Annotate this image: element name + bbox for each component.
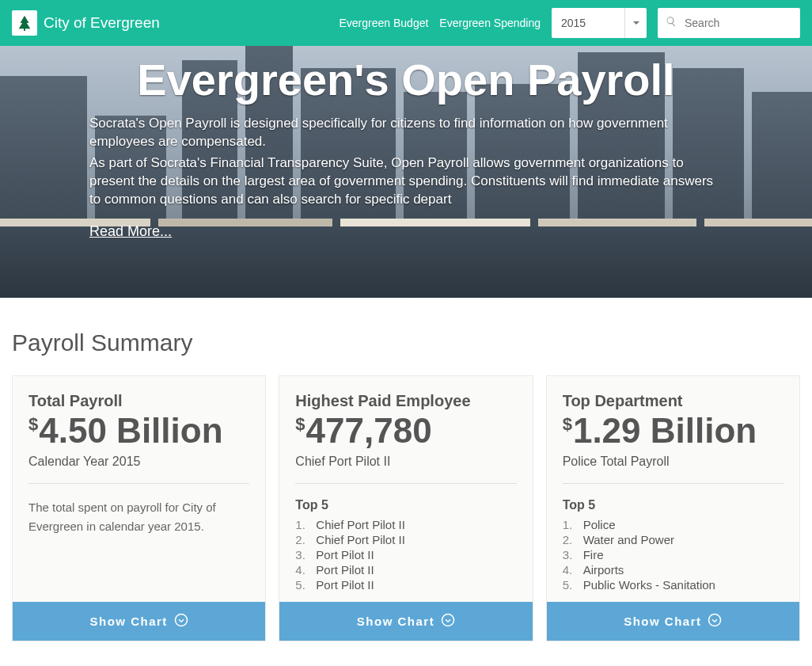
card-heading: Total Payroll [28,392,249,410]
brand[interactable]: City of Evergreen [12,10,160,36]
hero-description: Socrata's Open Payroll is designed speci… [89,115,723,209]
nav-link-spending[interactable]: Evergreen Spending [439,17,541,29]
top5-list: 1.Chief Port Pilot II 2.Chief Port Pilot… [295,517,516,592]
card-value: $1.29 Billion [563,412,784,450]
card-heading: Highest Paid Employee [295,392,516,410]
read-more-link[interactable]: Read More... [89,223,172,240]
card-description: The total spent on payroll for City of E… [28,498,249,535]
list-item[interactable]: 2.Chief Port Pilot II [295,532,516,547]
list-item[interactable]: 4.Airports [563,562,784,577]
card-subtitle: Police Total Payroll [563,455,784,469]
nav-link-budget[interactable]: Evergreen Budget [339,17,428,29]
brand-name: City of Evergreen [44,14,160,32]
payroll-summary-section: Payroll Summary Total Payroll $4.50 Bill… [0,298,812,665]
svg-point-1 [442,615,454,626]
page-title: Evergreen's Open Payroll [89,54,723,105]
top5-heading: Top 5 [295,498,516,512]
svg-point-0 [175,615,187,626]
list-item[interactable]: 1.Chief Port Pilot II [295,517,516,532]
card-subtitle: Calendar Year 2015 [28,455,249,469]
top5-heading: Top 5 [563,498,784,512]
card-value: $4.50 Billion [28,412,249,450]
chevron-down-circle-icon [708,613,722,630]
caret-down-icon [624,8,647,38]
list-item[interactable]: 3.Fire [563,547,784,562]
year-select[interactable]: 2015 [552,8,647,38]
list-item[interactable]: 4.Port Pilot II [295,562,516,577]
show-chart-button[interactable]: Show Chart [547,602,799,641]
brand-logo-icon [12,10,37,36]
list-item[interactable]: 1.Police [563,517,784,532]
hero: Evergreen's Open Payroll Socrata's Open … [0,46,812,298]
svg-point-2 [709,615,721,626]
top-nav: City of Evergreen Evergreen Budget Everg… [0,0,812,46]
search-input[interactable] [685,17,792,29]
show-chart-button[interactable]: Show Chart [279,602,532,641]
section-title: Payroll Summary [12,329,800,356]
chevron-down-circle-icon [174,613,188,630]
search-icon [666,16,677,30]
list-item[interactable]: 5.Port Pilot II [295,577,516,592]
card-highest-paid: Highest Paid Employee $477,780 Chief Por… [279,375,533,641]
top5-list: 1.Police 2.Water and Power 3.Fire 4.Airp… [563,517,784,592]
list-item[interactable]: 5.Public Works - Sanitation [563,577,784,592]
card-value: $477,780 [295,412,516,450]
list-item[interactable]: 3.Port Pilot II [295,547,516,562]
card-subtitle: Chief Port Pilot II [295,455,516,469]
show-chart-button[interactable]: Show Chart [13,602,265,641]
card-heading: Top Department [563,392,784,410]
card-total-payroll: Total Payroll $4.50 Billion Calendar Yea… [12,375,266,641]
list-item[interactable]: 2.Water and Power [563,532,784,547]
chevron-down-circle-icon [441,613,455,630]
search-box[interactable] [658,8,800,38]
card-top-department: Top Department $1.29 Billion Police Tota… [546,375,800,641]
year-select-value: 2015 [561,17,586,29]
